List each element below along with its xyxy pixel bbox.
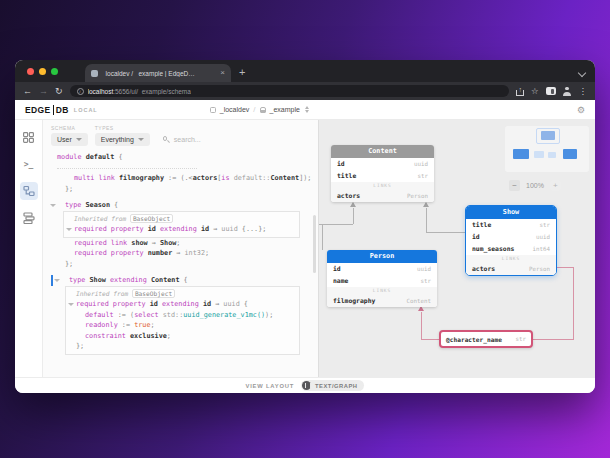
forward-button[interactable]: →: [39, 86, 48, 96]
code-line[interactable]: required property id extending id → uuid…: [65, 299, 300, 310]
layout-toggle[interactable]: TEXT/GRAPH: [301, 380, 364, 391]
code-line: };: [49, 184, 304, 195]
link-line: [319, 224, 353, 225]
table-prop-row[interactable]: num_seasonsint64: [466, 243, 556, 255]
link-line: [426, 232, 465, 233]
table-prop-row[interactable]: titlestr: [331, 170, 434, 182]
zoom-window-button[interactable]: [51, 68, 58, 75]
minimap-node: [513, 149, 529, 159]
types-filter-group: Types Everything: [95, 125, 150, 146]
table-prop-row[interactable]: titlestr: [466, 219, 556, 231]
link-line: [426, 208, 427, 232]
main-area: >_ Schema User Types Everythin: [15, 120, 595, 377]
link-arrow-icon: [350, 202, 356, 207]
table-link-row[interactable]: filmographyContent: [327, 295, 437, 307]
share-icon[interactable]: ↑: [516, 87, 524, 96]
code-line[interactable]: type Show extending Content {: [51, 275, 304, 286]
browser-menu-icon[interactable]: ⋮: [579, 87, 588, 96]
code-line: module default {: [49, 152, 304, 163]
schema-table-content[interactable]: ContentiduuidtitlestrLinksactorsPerson: [331, 145, 434, 202]
search-placeholder: search...: [174, 136, 201, 143]
data-explorer-icon[interactable]: [20, 209, 38, 227]
site-info-icon[interactable]: i: [77, 88, 84, 95]
address-bar[interactable]: i localhost:5656/ui/_example/schema: [70, 85, 509, 97]
graph-minimap[interactable]: [505, 126, 589, 172]
types-filter-label: Types: [95, 125, 150, 131]
table-header[interactable]: Content: [331, 145, 434, 158]
linkprop-line: [557, 267, 573, 268]
new-tab-button[interactable]: +: [239, 67, 245, 78]
browser-tab[interactable]: _localdev / _example | EdgeD… ×: [85, 64, 231, 82]
repl-terminal-icon[interactable]: >_: [20, 155, 38, 173]
zoom-out-button[interactable]: −: [509, 180, 520, 191]
dashboard-grid-icon[interactable]: [20, 128, 38, 146]
side-panel-icon[interactable]: [546, 87, 556, 95]
sdl-code-view: module default {multi link filmography :…: [43, 149, 318, 355]
collapse-caret-icon[interactable]: [50, 204, 56, 207]
schema-view-icon[interactable]: [20, 182, 38, 200]
settings-gear-icon[interactable]: ⚙: [577, 105, 585, 115]
browser-toolbar: ← → ↻ i localhost:5656/ui/_example/schem…: [15, 82, 595, 100]
collapse-caret-icon[interactable]: [68, 303, 74, 306]
reload-button[interactable]: ↻: [55, 86, 63, 96]
code-line[interactable]: type Season {: [49, 200, 304, 211]
code-line: [49, 163, 304, 174]
chevron-down-icon: [76, 138, 82, 141]
view-layout-label: VIEW LAYOUT: [246, 383, 295, 389]
breadcrumb-database[interactable]: _example: [270, 106, 300, 113]
schema-table-person[interactable]: PersoniduuidnamestrLinksfilmographyConte…: [327, 250, 437, 307]
left-rail: >_: [15, 120, 43, 377]
linkprop-line: [421, 339, 439, 340]
code-line: required property number → int32;: [49, 248, 304, 259]
linkprop-name: @character_name: [446, 336, 502, 343]
table-prop-row[interactable]: namestr: [327, 275, 437, 287]
url-text: localhost:5656/ui/_example/schema: [88, 88, 191, 95]
search-icon: [163, 136, 170, 143]
zoom-in-button[interactable]: +: [550, 180, 561, 191]
table-link-row[interactable]: actorsPerson: [331, 190, 434, 202]
close-window-button[interactable]: [27, 68, 34, 75]
table-link-row[interactable]: actorsPerson: [466, 263, 556, 275]
code-line: multi link filmography := (.<actors[is d…: [49, 173, 304, 184]
link-line: [353, 208, 354, 224]
back-button[interactable]: ←: [23, 86, 32, 96]
table-prop-row[interactable]: iduuid: [466, 231, 556, 243]
collapse-caret-icon[interactable]: [54, 279, 60, 282]
minimize-window-button[interactable]: [39, 68, 46, 75]
table-header[interactable]: Show: [466, 206, 556, 219]
code-line: Inherited from BaseObject: [65, 286, 300, 300]
types-filter-select[interactable]: Everything: [95, 133, 150, 146]
code-line: Inherited from BaseObject: [63, 211, 300, 225]
browser-window: _localdev / _example | EdgeD… × + ← → ↻ …: [15, 60, 595, 393]
collapse-caret-icon[interactable]: [66, 228, 72, 231]
linkprop-box[interactable]: @character_name str: [439, 330, 533, 348]
schema-table-show[interactable]: Showtitlestriduuidnum_seasonsint64Linksa…: [465, 205, 557, 276]
linkprop-line: [421, 312, 422, 339]
table-header[interactable]: Person: [327, 250, 437, 263]
link-line: [322, 224, 323, 250]
code-line: };: [49, 259, 304, 270]
tab-close-icon[interactable]: ×: [220, 69, 225, 77]
window-controls: [27, 68, 58, 75]
linkprop-line: [533, 339, 574, 340]
breadcrumb-instance[interactable]: _localdev: [220, 106, 250, 113]
code-line: default := (select std::uuid_generate_v1…: [65, 310, 300, 321]
tab-overview-chevron-icon[interactable]: [578, 69, 586, 77]
bookmark-star-icon[interactable]: ☆: [531, 87, 539, 96]
layout-toggle-knob-icon: [302, 381, 311, 390]
tab-title: _localdev / _example | EdgeD…: [102, 70, 216, 77]
minimap-node: [548, 152, 556, 158]
code-line[interactable]: required property id extending id → uuid…: [63, 224, 300, 238]
database-icon: [260, 107, 266, 113]
schema-filter-select[interactable]: User: [51, 133, 88, 146]
profile-icon[interactable]: [563, 87, 572, 96]
database-switcher-icon[interactable]: [305, 106, 309, 113]
logo-db: DB: [56, 105, 69, 115]
schema-search-input[interactable]: search...: [163, 136, 201, 143]
breadcrumb-separator: /: [253, 105, 255, 114]
edgedb-app-header: EDGE DB LOCAL _localdev / _example ⚙: [15, 100, 595, 120]
code-scrollbar[interactable]: [313, 215, 316, 273]
table-prop-row[interactable]: iduuid: [327, 263, 437, 275]
table-prop-row[interactable]: iduuid: [331, 158, 434, 170]
code-line: required link show → Show;: [49, 238, 304, 249]
